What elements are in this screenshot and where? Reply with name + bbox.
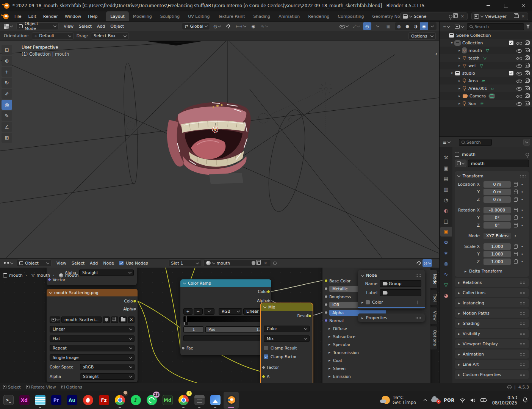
ramp-stop-handle[interactable] — [186, 316, 186, 323]
workspace-tab[interactable]: Layout — [106, 11, 128, 21]
id-type-button[interactable] — [455, 160, 466, 167]
toolbar-button[interactable]: ⊞ — [2, 133, 12, 143]
close-button[interactable] — [515, 0, 532, 11]
outliner-row[interactable]: ▸ Sun ☼ — [440, 100, 532, 107]
object-name-input[interactable] — [471, 161, 526, 166]
menu-item[interactable]: File — [11, 14, 25, 19]
tab-modifiers[interactable]: ⚙ — [440, 237, 452, 247]
transform-value-field[interactable]: 1.000 — [483, 259, 511, 265]
animate-dot[interactable]: • — [521, 208, 523, 212]
animate-dot[interactable]: • — [521, 244, 523, 249]
bsdf-panel-row[interactable]: ▸Emission — [329, 372, 427, 380]
expand-icon[interactable]: ▸ — [458, 94, 461, 98]
taskbar-app-button[interactable]: Md — [160, 392, 175, 409]
color-output-socket[interactable] — [267, 290, 270, 293]
tab-object[interactable]: ▣ — [440, 227, 452, 237]
outliner-row[interactable]: ▸ Camera — [440, 92, 532, 100]
node-name-field[interactable]: Group — [380, 280, 421, 287]
taskbar-app-button[interactable] — [80, 392, 95, 409]
mode-selector[interactable]: Object Mode — [16, 22, 59, 30]
taskbar-app-button[interactable]: Xd — [17, 392, 32, 409]
taskbar-app-button[interactable]: Fz — [96, 392, 111, 409]
viewlayer-selector[interactable]: ViewLayer ✕ — [471, 13, 528, 20]
sidebar-collapse-arrow[interactable]: ‹ — [435, 51, 437, 57]
viewport-menu-item[interactable]: Add — [94, 24, 108, 29]
delta-transform-row[interactable]: ▸Delta Transform — [465, 269, 529, 274]
toolbar-button[interactable]: ∠ — [2, 122, 12, 132]
taskbar-app-button[interactable] — [208, 392, 223, 409]
input-socket[interactable] — [324, 295, 328, 298]
render-visibility-icon[interactable] — [525, 94, 530, 98]
color-output-socket[interactable] — [133, 299, 136, 303]
unlink-icon[interactable]: ✕ — [263, 261, 268, 266]
lock-icon[interactable] — [514, 224, 518, 227]
expand-icon[interactable]: ▸ — [458, 49, 461, 52]
notification-bell-icon[interactable]: z — [522, 397, 528, 403]
expand-icon[interactable]: ▸ — [458, 86, 461, 90]
lock-icon[interactable] — [514, 217, 518, 220]
workspace-tab[interactable]: Animation — [274, 11, 304, 21]
overlays-toggle[interactable]: ◎ — [422, 259, 432, 267]
eye-icon[interactable] — [516, 86, 522, 91]
sidebar-tab[interactable]: Tool — [430, 290, 438, 306]
properties-section[interactable]: ▸Shading — [455, 319, 529, 328]
tab-tool[interactable]: ⚒ — [440, 152, 452, 162]
open-image-button[interactable] — [119, 317, 127, 323]
sliders-icon[interactable] — [417, 301, 421, 304]
lock-icon[interactable] — [514, 261, 518, 264]
result-output-socket[interactable] — [308, 314, 311, 318]
node-image-texture[interactable]: mouth_Scattering.png Color Alpha mouth_S… — [47, 289, 138, 382]
image-name-field[interactable]: mouth_Scatteri... — [61, 317, 102, 323]
transform-value-field[interactable]: 0 m — [483, 181, 511, 188]
transform-value-field[interactable]: 0° — [483, 215, 511, 221]
sidebar-tab[interactable]: Options — [430, 326, 438, 349]
blend-mode-dropdown[interactable]: Mix — [264, 335, 310, 342]
copy-icon[interactable] — [454, 14, 458, 18]
gizmo-dropdown[interactable]: ⤢ — [352, 22, 361, 30]
unlink-icon[interactable]: ✕ — [460, 14, 465, 19]
weather-widget[interactable]: 16°CGer. Limpo — [381, 395, 416, 405]
transform-value-field[interactable]: -0.0000 — [483, 207, 511, 213]
remove-stop-button[interactable]: − — [194, 308, 203, 315]
properties-section[interactable]: ▸Relations — [455, 278, 529, 287]
properties-section[interactable]: ▸Collections — [455, 288, 529, 297]
eye-icon[interactable] — [516, 78, 522, 83]
workspace-tab[interactable]: Rendering — [304, 11, 333, 21]
tab-world[interactable]: ◐ — [440, 205, 452, 215]
workspace-tab[interactable]: Sculpting — [156, 11, 184, 21]
copy-icon[interactable] — [515, 14, 519, 18]
drag-setting-dropdown[interactable]: Select Box — [91, 32, 129, 40]
shading-material-button[interactable]: ◑ — [412, 22, 420, 30]
material-selector[interactable]: mouth ✕ — [203, 259, 271, 267]
eye-icon[interactable] — [516, 101, 522, 106]
expand-icon[interactable]: ▾ — [450, 41, 454, 45]
eye-icon[interactable] — [516, 94, 522, 99]
copy-icon[interactable] — [257, 261, 261, 265]
maximize-button[interactable] — [497, 0, 515, 11]
color-space-dropdown[interactable]: sRGB — [80, 364, 135, 370]
snap-settings[interactable]: ⊢⊣ — [235, 22, 247, 30]
panel-grip[interactable] — [520, 175, 526, 177]
editor-type-button[interactable] — [2, 261, 14, 265]
editor-type-button[interactable] — [2, 24, 14, 29]
vector-input-socket[interactable] — [48, 278, 51, 281]
eye-icon[interactable] — [516, 63, 522, 68]
transform-orientation[interactable]: ⇄ Global — [182, 22, 210, 30]
tab-view-layer[interactable]: ▥ — [440, 184, 452, 194]
workspace-tab[interactable]: Modeling — [129, 11, 156, 21]
options-dropdown[interactable]: Options — [408, 32, 436, 40]
taskbar-app-button[interactable] — [192, 392, 207, 409]
minimize-button[interactable] — [480, 0, 497, 11]
orientation-setting-dropdown[interactable]: ⊹ Default — [32, 32, 74, 40]
workspace-tab[interactable]: Texture Paint — [214, 11, 249, 21]
eye-icon[interactable] — [516, 56, 522, 61]
taskbar-app-button[interactable] — [224, 392, 239, 409]
image-setting-dropdown[interactable]: Linear — [50, 326, 135, 332]
image-setting-dropdown[interactable]: Flat — [50, 335, 135, 342]
properties-panel-collapsed[interactable]: ▸Properties — [358, 313, 425, 322]
display-mode-button[interactable] — [453, 25, 465, 29]
panel-grip[interactable] — [415, 274, 421, 277]
stop-color-field[interactable] — [183, 335, 268, 341]
clamp-factor-checkbox[interactable] — [264, 354, 268, 359]
menu-item[interactable]: Help — [84, 14, 101, 19]
